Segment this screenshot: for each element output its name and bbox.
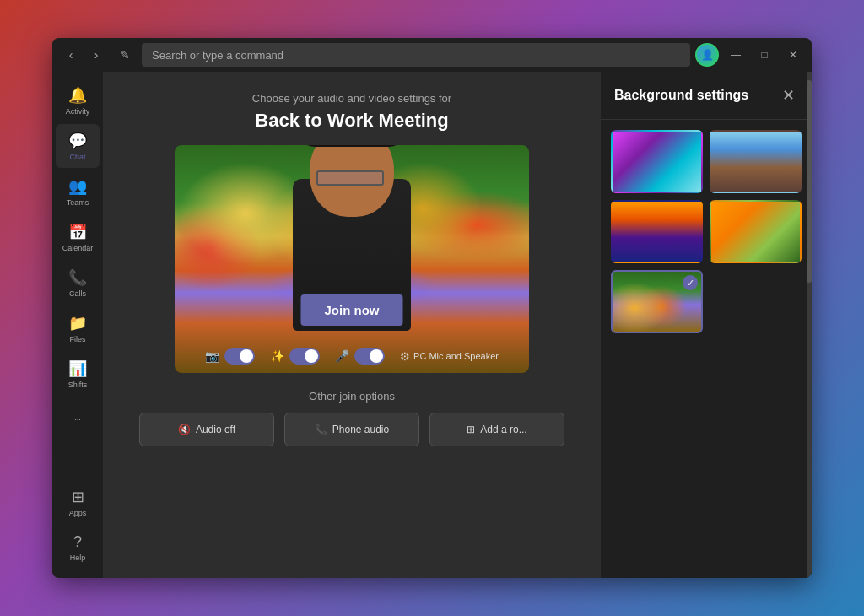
chat-icon: 💬 [68, 132, 87, 150]
bg-thumb-4[interactable] [710, 200, 802, 263]
audio-off-icon: 🔇 [178, 424, 191, 435]
calendar-icon: 📅 [68, 223, 87, 241]
mic-toggle-knob [370, 349, 383, 363]
compose-button[interactable]: ✎ [113, 43, 137, 67]
shifts-icon: 📊 [68, 359, 87, 378]
bg-thumb-5[interactable]: ✓ [611, 270, 703, 333]
sidebar-item-files-label: Files [69, 335, 85, 343]
video-camera-icon: 📷 [205, 349, 219, 363]
sidebar-item-apps[interactable]: ⊞ Apps [56, 480, 100, 524]
person-glasses [316, 170, 384, 186]
person-hair [305, 145, 398, 147]
effects-toggle-group: ✨ [270, 348, 320, 365]
maximize-button[interactable]: □ [753, 43, 776, 67]
title-bar: ‹ › ✎ Search or type a command 👤 — □ ✕ [52, 38, 812, 72]
bg-thumb-2[interactable] [710, 130, 802, 193]
sidebar-item-calls[interactable]: 📞 Calls [56, 261, 100, 305]
audio-device-label[interactable]: ⚙ PC Mic and Speaker [400, 350, 499, 363]
phone-audio-button[interactable]: 📞 Phone audio [284, 413, 419, 446]
bg-thumb-1[interactable] [611, 130, 703, 193]
audio-off-button[interactable]: 🔇 Audio off [139, 413, 274, 446]
video-toggle-group: 📷 [205, 348, 255, 365]
sidebar-item-apps-label: Apps [69, 509, 87, 517]
sidebar-item-chat-label: Chat [69, 153, 85, 161]
sidebar-item-help[interactable]: ? Help [56, 526, 100, 570]
app-body: 🔔 Activity 💬 Chat 👥 Teams 📅 Calendar 📞 C… [52, 72, 812, 578]
close-button[interactable]: ✕ [781, 43, 805, 67]
bg-settings-title: Background settings [614, 88, 748, 103]
join-now-button[interactable]: Join now [301, 294, 403, 326]
add-room-label: Add a ro... [480, 424, 526, 435]
meeting-header: Choose your audio and video settings for… [103, 72, 601, 145]
scrollbar[interactable] [807, 72, 812, 578]
mic-toggle-group: 🎤 [335, 348, 385, 365]
sidebar-item-help-label: Help [70, 554, 86, 562]
meeting-title: Back to Work Meeting [103, 110, 601, 132]
settings-icon: ⚙ [400, 350, 410, 363]
video-controls: 📷 ✨ 🎤 [175, 348, 529, 365]
search-bar[interactable]: Search or type a command [142, 43, 690, 67]
phone-audio-icon: 📞 [315, 424, 327, 435]
mic-icon: 🎤 [335, 349, 349, 363]
sidebar: 🔔 Activity 💬 Chat 👥 Teams 📅 Calendar 📞 C… [52, 72, 103, 578]
main-content: Choose your audio and video settings for… [103, 72, 601, 578]
sidebar-item-teams[interactable]: 👥 Teams [56, 170, 100, 213]
close-panel-button[interactable]: ✕ [778, 85, 798, 105]
effects-toggle-knob [305, 349, 318, 363]
sidebar-item-more[interactable]: ··· [56, 397, 100, 441]
more-label: ··· [74, 415, 81, 424]
sidebar-item-activity[interactable]: 🔔 Activity [56, 78, 100, 122]
bg-thumb-3[interactable] [611, 200, 703, 263]
teams-icon: 👥 [68, 177, 87, 196]
bg-thumbnails-grid: ✓ [601, 120, 812, 343]
sidebar-item-activity-label: Activity [66, 107, 90, 116]
window-controls: 👤 — □ ✕ [695, 43, 805, 67]
sidebar-item-shifts[interactable]: 📊 Shifts [56, 352, 100, 396]
bg-settings-header: Background settings ✕ [601, 72, 812, 120]
audio-device-text: PC Mic and Speaker [413, 351, 499, 361]
scrollbar-thumb [807, 80, 812, 283]
calls-icon: 📞 [68, 268, 87, 287]
files-icon: 📁 [68, 314, 87, 332]
join-options-heading: Other join options [103, 373, 601, 413]
apps-icon: ⊞ [72, 488, 84, 506]
minimize-button[interactable]: — [724, 43, 748, 67]
sidebar-item-chat[interactable]: 💬 Chat [56, 124, 100, 168]
add-room-icon: ⊞ [467, 424, 475, 435]
search-placeholder: Search or type a command [152, 49, 284, 62]
sidebar-item-calendar[interactable]: 📅 Calendar [56, 215, 100, 259]
nav-buttons: ‹ › [59, 43, 108, 67]
video-container: Join now 📷 ✨ [175, 145, 529, 373]
activity-icon: 🔔 [68, 86, 87, 105]
selected-check-icon: ✓ [683, 275, 698, 290]
sidebar-item-calls-label: Calls [69, 289, 86, 298]
sidebar-item-teams-label: Teams [67, 198, 89, 207]
help-icon: ? [73, 533, 82, 551]
join-options-label: Other join options [309, 390, 395, 403]
sidebar-item-calendar-label: Calendar [62, 244, 94, 252]
effects-toggle[interactable] [289, 348, 320, 365]
add-room-button[interactable]: ⊞ Add a ro... [429, 413, 564, 446]
effects-icon: ✨ [270, 349, 284, 363]
person-face [310, 145, 394, 217]
sidebar-item-shifts-label: Shifts [68, 381, 88, 389]
mic-toggle[interactable] [354, 348, 385, 365]
bg-settings-panel: Background settings ✕ ✓ [601, 72, 812, 578]
back-button[interactable]: ‹ [59, 43, 83, 67]
audio-off-label: Audio off [196, 424, 235, 435]
join-options-buttons: 🔇 Audio off 📞 Phone audio ⊞ Add a ro... [103, 413, 601, 446]
avatar[interactable]: 👤 [695, 43, 719, 67]
meeting-subtitle: Choose your audio and video settings for [103, 92, 601, 105]
phone-audio-label: Phone audio [332, 424, 389, 435]
video-toggle[interactable] [224, 348, 255, 365]
forward-button[interactable]: › [84, 43, 108, 67]
sidebar-item-files[interactable]: 📁 Files [56, 306, 100, 350]
app-window: ‹ › ✎ Search or type a command 👤 — □ ✕ 🔔… [52, 38, 812, 578]
video-toggle-knob [240, 349, 253, 363]
